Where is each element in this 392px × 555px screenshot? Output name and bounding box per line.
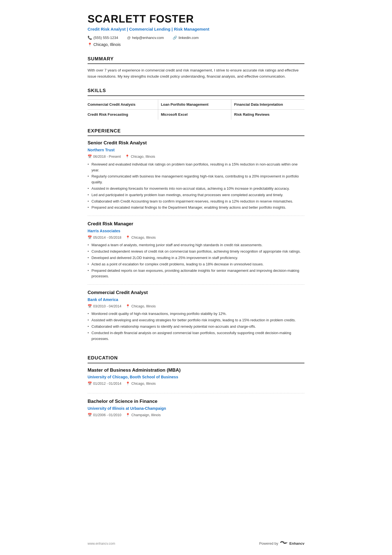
skills-row-1: Commercial Credit Analysis Loan Portfoli… bbox=[88, 100, 304, 110]
job-block-1: Senior Credit Risk Analyst Northern Trus… bbox=[88, 139, 304, 216]
summary-text: With over 7 years of experience in comme… bbox=[88, 67, 304, 79]
edu-location-1: 📍 Chicago, Illinois bbox=[126, 381, 156, 386]
job-dates-2: 📅 05/2014 - 05/2018 bbox=[88, 235, 121, 240]
edu-meta-2: 📅 01/2006 - 01/2010 📍 Champaign, Illinoi… bbox=[88, 413, 304, 418]
phone-icon: 📞 bbox=[88, 35, 92, 41]
job-meta-3: 📅 03/2010 - 04/2014 📍 Chicago, Illinois bbox=[88, 304, 304, 309]
location-text: Chicago, Illinois bbox=[93, 42, 121, 48]
email-address: help@enhancv.com bbox=[132, 35, 164, 41]
location-icon-1: 📍 bbox=[125, 154, 130, 159]
calendar-icon-1: 📅 bbox=[88, 154, 92, 159]
footer-website: www.enhancv.com bbox=[88, 541, 115, 546]
edu-block-1: Master of Business Administration (MBA) … bbox=[88, 367, 304, 393]
edu-degree-2: Bachelor of Science in Finance bbox=[88, 398, 304, 405]
location-icon-3: 📍 bbox=[126, 304, 130, 309]
skills-row-2: Credit Risk Forecasting Microsoft Excel … bbox=[88, 110, 304, 120]
edu-degree-1: Master of Business Administration (MBA) bbox=[88, 367, 304, 374]
enhancv-brand-name: Enhancv bbox=[289, 541, 304, 546]
phone-number: (555) 555-1234 bbox=[93, 35, 118, 41]
job-dates-3: 📅 03/2010 - 04/2014 bbox=[88, 304, 121, 309]
bullet-3-2: Assisted with developing and executing s… bbox=[88, 317, 304, 323]
job-location-2: 📍 Chicago, Illinois bbox=[126, 235, 156, 240]
job-title-3: Commercial Credit Analyst bbox=[88, 289, 304, 296]
company-name-1: Northern Trust bbox=[88, 147, 304, 153]
bullet-1-4: Led and participated in quarterly proble… bbox=[88, 192, 304, 198]
skill-5: Microsoft Excel bbox=[158, 110, 232, 120]
bullet-2-5: Prepared detailed reports on loan exposu… bbox=[88, 268, 304, 280]
job-title-2: Credit Risk Manager bbox=[88, 220, 304, 228]
experience-title: EXPERIENCE bbox=[88, 127, 304, 136]
edu-school-1: University of Chicago, Booth School of B… bbox=[88, 374, 304, 380]
summary-section: SUMMARY With over 7 years of experience … bbox=[88, 55, 304, 80]
email-icon: @ bbox=[127, 35, 131, 41]
job-meta-2: 📅 05/2014 - 05/2018 📍 Chicago, Illinois bbox=[88, 235, 304, 240]
bullet-1-5: Collaborated with Credit Accounting team… bbox=[88, 199, 304, 204]
calendar-icon-3: 📅 bbox=[88, 304, 92, 309]
edu-block-2: Bachelor of Science in Finance Universit… bbox=[88, 398, 304, 424]
contact-row: 📞 (555) 555-1234 @ help@enhancv.com 🔗 li… bbox=[88, 35, 304, 41]
job-meta-1: 📅 06/2018 - Present 📍 Chicago, Illinois bbox=[88, 154, 304, 159]
location-icon-edu-1: 📍 bbox=[126, 381, 130, 386]
edu-school-2: University of Illinois at Urbana-Champai… bbox=[88, 406, 304, 411]
page-footer: www.enhancv.com Powered by Enhancv bbox=[88, 540, 304, 547]
enhancv-logo-icon bbox=[280, 540, 288, 547]
job-bullets-2: Managed a team of analysts, mentoring ju… bbox=[88, 242, 304, 279]
bullet-2-4: Acted as a point of escalation for compl… bbox=[88, 262, 304, 267]
bullet-3-4: Conducted in-depth financial analysis on… bbox=[88, 330, 304, 342]
education-title: EDUCATION bbox=[88, 354, 304, 363]
bullet-2-2: Conducted independent reviews of credit … bbox=[88, 249, 304, 255]
calendar-icon-edu-1: 📅 bbox=[88, 381, 92, 386]
job-block-2: Credit Risk Manager Harris Associates 📅 … bbox=[88, 220, 304, 285]
header: SCARLETT FOSTER Credit Risk Analyst | Co… bbox=[88, 13, 304, 48]
link-icon: 🔗 bbox=[173, 35, 177, 41]
job-location-1: 📍 Chicago, Illinois bbox=[125, 154, 155, 159]
edu-location-2: 📍 Champaign, Illinois bbox=[126, 413, 161, 418]
skills-title: SKILLS bbox=[88, 87, 304, 96]
candidate-title: Credit Risk Analyst | Commercial Lending… bbox=[88, 26, 304, 33]
bullet-3-1: Monitored credit quality of high-risk tr… bbox=[88, 311, 304, 317]
skill-4: Credit Risk Forecasting bbox=[88, 110, 158, 120]
bullet-1-2: Regularly communicated with business lin… bbox=[88, 174, 304, 185]
job-location-3: 📍 Chicago, Illinois bbox=[126, 304, 156, 309]
bullet-1-3: Assisted in developing forecasts for mov… bbox=[88, 186, 304, 192]
resume-page: SCARLETT FOSTER Credit Risk Analyst | Co… bbox=[71, 0, 321, 555]
job-title-1: Senior Credit Risk Analyst bbox=[88, 139, 304, 147]
edu-dates-2: 📅 01/2006 - 01/2010 bbox=[88, 413, 121, 418]
skill-2: Loan Portfolio Management bbox=[158, 100, 232, 110]
summary-title: SUMMARY bbox=[88, 55, 304, 64]
job-dates-1: 📅 06/2018 - Present bbox=[88, 154, 121, 159]
skills-grid: Commercial Credit Analysis Loan Portfoli… bbox=[88, 99, 304, 120]
bullet-2-3: Developed and delivered 2LOD training, r… bbox=[88, 255, 304, 261]
linkedin-url: linkedin.com bbox=[178, 35, 199, 41]
powered-by-text: Powered by bbox=[259, 541, 278, 546]
edu-meta-1: 📅 01/2012 - 01/2014 📍 Chicago, Illinois bbox=[88, 381, 304, 386]
company-name-3: Bank of America bbox=[88, 297, 304, 303]
skills-section: SKILLS Commercial Credit Analysis Loan P… bbox=[88, 87, 304, 120]
skill-1: Commercial Credit Analysis bbox=[88, 100, 158, 110]
email-contact: @ help@enhancv.com bbox=[127, 35, 164, 41]
education-section: EDUCATION Master of Business Administrat… bbox=[88, 354, 304, 424]
linkedin-contact: 🔗 linkedin.com bbox=[173, 35, 199, 41]
job-block-3: Commercial Credit Analyst Bank of Americ… bbox=[88, 289, 304, 347]
edu-dates-1: 📅 01/2012 - 01/2014 bbox=[88, 381, 121, 386]
experience-section: EXPERIENCE Senior Credit Risk Analyst No… bbox=[88, 127, 304, 347]
job-bullets-1: Reviewed and evaluated individual risk r… bbox=[88, 162, 304, 211]
location-icon: 📍 bbox=[88, 42, 92, 48]
location-icon-edu-2: 📍 bbox=[126, 413, 130, 418]
phone-contact: 📞 (555) 555-1234 bbox=[88, 35, 118, 41]
location-contact: 📍 Chicago, Illinois bbox=[88, 42, 304, 48]
skill-3: Financial Data Interpretation bbox=[231, 100, 304, 110]
enhancv-branding: Powered by Enhancv bbox=[259, 540, 304, 547]
skill-6: Risk Rating Reviews bbox=[231, 110, 304, 120]
company-name-2: Harris Associates bbox=[88, 228, 304, 234]
job-bullets-3: Monitored credit quality of high-risk tr… bbox=[88, 311, 304, 342]
candidate-name: SCARLETT FOSTER bbox=[88, 13, 304, 25]
bullet-3-3: Collaborated with relationship managers … bbox=[88, 324, 304, 330]
calendar-icon-edu-2: 📅 bbox=[88, 413, 92, 418]
bullet-2-1: Managed a team of analysts, mentoring ju… bbox=[88, 242, 304, 248]
calendar-icon-2: 📅 bbox=[88, 235, 92, 240]
bullet-1-6: Prepared and escalated material findings… bbox=[88, 205, 304, 211]
location-icon-2: 📍 bbox=[126, 235, 130, 240]
bullet-1-1: Reviewed and evaluated individual risk r… bbox=[88, 162, 304, 173]
